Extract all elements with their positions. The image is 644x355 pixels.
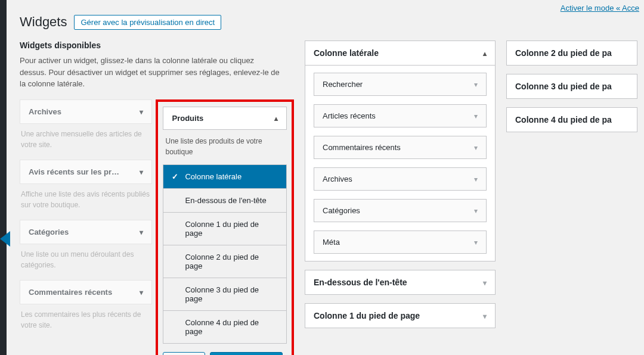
sidebar-widget-categories[interactable]: Catégories (314, 199, 487, 222)
products-widget-title: Produits (172, 114, 203, 123)
chevron-down-icon (474, 80, 478, 89)
products-widget-actions: Annuler Ajouter le widget (163, 344, 287, 356)
available-widget-desc: Une archive mensuelle des articles de vo… (20, 124, 152, 160)
sidebar-widget-label: Archives (323, 175, 352, 183)
available-widgets-left: Archives Une archive mensuelle des artic… (20, 99, 152, 340)
available-widget-label: Archives (29, 107, 61, 116)
products-widget-header[interactable]: Produits (163, 107, 287, 130)
sidebar-area-title: Colonne latérale (314, 48, 379, 58)
sidebar-widget-label: Rechercher (323, 80, 363, 89)
area-option-footer-col-3[interactable]: Colonne 3 du pied de page (163, 278, 286, 311)
sidebar-area-below-header[interactable]: En-dessous de l'en-tête (305, 270, 496, 295)
sidebar-area-footer-col-1[interactable]: Colonne 1 du pied de page (305, 303, 496, 328)
admin-menu-stripe (0, 0, 7, 355)
chevron-up-icon (483, 48, 487, 58)
sidebar-widget-archives[interactable]: Archives (314, 167, 487, 191)
sidebar-widget-label: Articles récents (323, 111, 376, 120)
sidebar-area-footer-col-2[interactable]: Colonne 2 du pied de pa (506, 41, 637, 66)
chevron-down-icon (474, 238, 478, 247)
sidebar-area-header[interactable]: Colonne latérale (305, 41, 495, 66)
area-option-footer-col-1[interactable]: Colonne 1 du pied de page (163, 213, 286, 245)
sidebar-area-widgets: Rechercher Articles récents Commentaires… (305, 73, 495, 261)
area-option-footer-col-4[interactable]: Colonne 4 du pied de page (163, 311, 286, 343)
chevron-down-icon (474, 175, 478, 183)
sidebar-area-title: Colonne 2 du pied de pa (515, 48, 612, 58)
add-widget-button[interactable]: Ajouter le widget (210, 352, 283, 356)
sidebar-areas-column: Colonne latérale Rechercher Articles réc… (305, 41, 496, 337)
available-widget-recent-comments[interactable]: Commentaires récents (20, 280, 152, 304)
available-widget-label: Catégories (29, 228, 69, 236)
sidebar-area-title: En-dessous de l'en-tête (314, 278, 407, 287)
sidebar-area-colonne-laterale: Colonne latérale Rechercher Articles réc… (305, 41, 496, 261)
available-widgets-column: Widgets disponibles Pour activer un widg… (20, 41, 294, 355)
page-header: Widgets Gérer avec la prévisualisation e… (20, 2, 644, 41)
available-widget-desc: Affiche une liste des avis récents publi… (20, 184, 152, 220)
sidebar-area-footer-col-4[interactable]: Colonne 4 du pied de pa (506, 107, 637, 132)
area-option-below-header[interactable]: En-dessous de l'en-tête (163, 189, 286, 213)
sidebar-widget-recent-comments[interactable]: Commentaires récents (314, 136, 487, 159)
sidebar-area-title: Colonne 3 du pied de pa (515, 82, 612, 91)
chevron-down-icon (474, 111, 478, 120)
chevron-down-icon (483, 311, 487, 320)
available-widget-archives[interactable]: Archives (20, 99, 152, 124)
sidebar-widget-label: Commentaires récents (323, 143, 401, 152)
manage-customizer-button[interactable]: Gérer avec la prévisualisation en direct (74, 15, 221, 30)
sidebar-widget-search[interactable]: Rechercher (314, 73, 487, 96)
sidebar-widget-label: Méta (323, 238, 340, 247)
sidebar-area-footer-col-3[interactable]: Colonne 3 du pied de pa (506, 74, 637, 99)
chevron-up-icon (274, 114, 278, 123)
footer-areas-column: Colonne 2 du pied de pa Colonne 3 du pie… (506, 41, 637, 141)
products-widget-desc: Une liste des produits de votre boutique (163, 130, 287, 164)
products-widget-highlight: Produits Une liste des produits de votre… (156, 99, 294, 356)
available-widgets-description: Pour activer un widget, glissez-le dans … (20, 55, 282, 90)
available-widget-desc: Une liste ou un menu déroulant des catég… (20, 244, 152, 280)
chevron-down-icon (140, 288, 143, 297)
chevron-down-icon (474, 143, 478, 152)
area-option-footer-col-2[interactable]: Colonne 2 du pied de page (163, 245, 286, 278)
sidebar-widget-meta[interactable]: Méta (314, 231, 487, 254)
chevron-down-icon (474, 206, 478, 215)
available-widget-desc: Les commentaires les plus récents de vot… (20, 304, 152, 340)
accessibility-link-wrap: Activer le mode « Acce (561, 4, 639, 13)
available-widget-reviews[interactable]: Avis récents sur les pr… (20, 160, 152, 184)
chevron-down-icon (140, 107, 143, 116)
sidebar-widget-recent-posts[interactable]: Articles récents (314, 104, 487, 127)
available-widget-label: Avis récents sur les pr… (29, 167, 119, 176)
accessibility-mode-link[interactable]: Activer le mode « Acce (561, 4, 639, 13)
chevron-down-icon (140, 228, 143, 236)
available-widget-categories[interactable]: Catégories (20, 220, 152, 244)
available-widget-label: Commentaires récents (29, 288, 112, 297)
sidebar-area-title: Colonne 1 du pied de page (314, 311, 420, 320)
chevron-down-icon (483, 278, 487, 287)
sidebar-widget-label: Catégories (323, 206, 360, 215)
chevron-down-icon (140, 167, 143, 176)
available-widgets-title: Widgets disponibles (20, 41, 294, 50)
page-title: Widgets (20, 14, 67, 30)
widget-area-picker: Colonne latérale En-dessous de l'en-tête… (163, 164, 287, 344)
cancel-button[interactable]: Annuler (163, 352, 205, 356)
area-option-colonne-laterale[interactable]: Colonne latérale (163, 165, 286, 189)
sidebar-area-title: Colonne 4 du pied de pa (515, 115, 612, 124)
